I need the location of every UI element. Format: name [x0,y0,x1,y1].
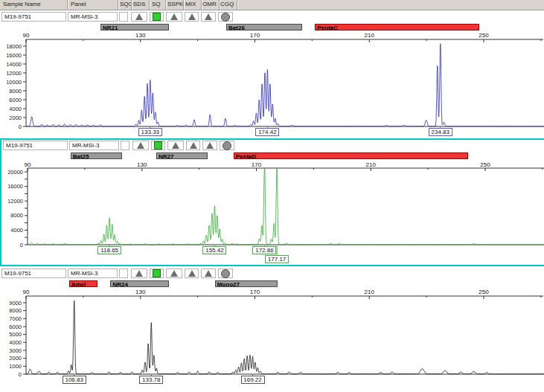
column-separator [237,0,237,10]
column-header-sspk: SSPK [167,1,183,7]
y-axis-tick-label: 4000 [9,339,22,346]
y-axis-tick-label: 16000 [7,183,23,190]
column-header-sample-name: Sample Name [3,1,41,7]
y-axis-tick-label: 6000 [9,324,22,330]
y-axis-tick-label: 18000 [6,43,22,50]
y-axis-tick-label: 12000 [6,70,22,77]
y-axis-tick-label: 0 [19,123,22,130]
y-axis-tick-label: 14000 [6,61,22,68]
y-axis-tick-label: 3000 [9,347,22,354]
peak-size-label[interactable]: 177.17 [265,255,289,263]
y-axis-tick-label: 8000 [9,88,22,94]
table-column-header: Sample NamePanelSQOSDSSQSSPKMIXOMRCGQ [0,0,544,10]
peak-size-label[interactable]: 172.86 [252,246,276,254]
y-axis-tick-label: 20000 [7,169,23,176]
signal-trace [26,301,544,374]
peak-size-label[interactable]: 106.83 [63,376,86,384]
column-header-panel: Panel [71,1,86,7]
peak-size-label[interactable]: 155.42 [202,246,226,254]
y-axis-tick-label: 0 [20,242,23,248]
column-header-mix: MIX [185,1,196,7]
y-axis-tick-label: 8000 [9,307,22,314]
electropherogram-plot[interactable]: 0200040006000800010000120001400016000180… [0,11,544,138]
column-header-sq: SQ [152,1,161,7]
column-header-sds: SDS [133,1,145,7]
genotyping-app-window: Sample NamePanelSQOSDSSQSSPKMIXOMRCGQ M1… [0,0,544,392]
peak-size-label[interactable]: 169.22 [241,376,265,384]
electropherogram-plot[interactable]: 0100020003000400050006000700080009000 [0,267,544,392]
y-axis-tick-label: 4000 [10,227,23,234]
y-axis-tick-label: 12000 [7,198,23,205]
y-axis-tick-label: 6000 [9,97,22,103]
column-separator [183,0,184,10]
y-axis-tick-label: 5000 [9,331,22,338]
y-axis-tick-label: 9000 [9,300,22,306]
column-separator [149,0,150,10]
y-axis-tick-label: 10000 [6,79,22,86]
y-axis-tick-label: 8000 [10,212,23,219]
peak-size-label[interactable]: 234.83 [429,128,452,136]
column-separator [118,0,118,10]
column-separator [201,0,202,10]
y-axis-tick-label: 16000 [6,52,22,59]
column-separator [67,0,68,10]
y-axis-tick-label: 7000 [9,315,22,322]
y-axis-tick-label: 2000 [9,355,22,362]
column-separator [131,0,132,10]
peak-size-label[interactable]: 174.42 [255,128,279,136]
peak-size-label[interactable]: 133.33 [138,128,162,136]
y-axis-tick-label: 1000 [9,363,22,370]
y-axis-tick-label: 4000 [9,106,22,112]
column-header-cgq: CGQ [220,1,234,7]
column-separator [219,0,220,10]
y-axis-tick-label: 2000 [9,115,22,121]
peak-size-label[interactable]: 133.78 [139,376,163,384]
electropherogram-panel-blue[interactable]: M19-9751 MR-MSI-3 NR21Bat26PentaC 901301… [0,11,544,138]
electropherogram-panel-green-selected[interactable]: M19-9751 MR-MSI-3 Bat25NR27PentaD 901301… [0,138,544,266]
signal-trace [26,44,544,126]
column-separator [165,0,166,10]
peak-size-label[interactable]: 118.65 [97,246,121,254]
signal-trace [28,168,544,245]
electropherogram-panel-black[interactable]: M19-9751 MR-MSI-3 AmelNR24Mono27 9013017… [0,267,544,392]
column-header-omr: OMR [202,1,217,7]
y-axis-tick-label: 0 [19,371,22,378]
